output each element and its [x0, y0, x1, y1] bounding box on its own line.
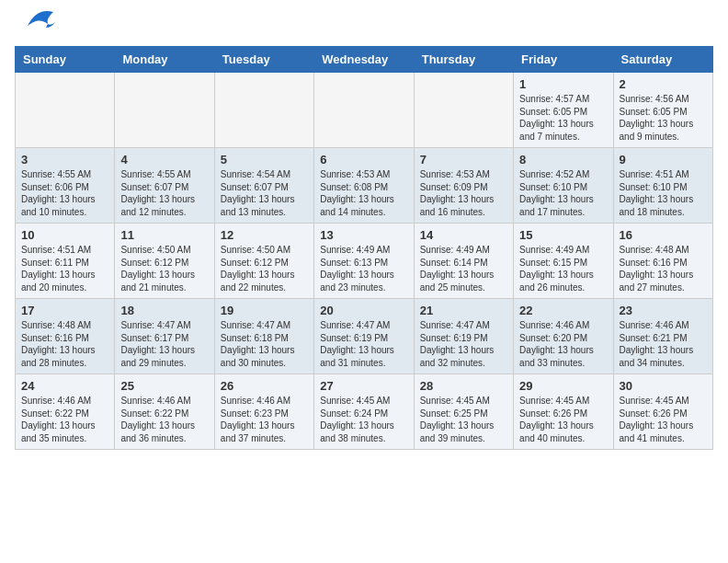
weekday-header-wednesday: Wednesday: [314, 47, 414, 73]
weekday-header-friday: Friday: [514, 47, 613, 73]
day-info: Sunrise: 4:46 AM Sunset: 6:21 PM Dayligh…: [620, 319, 707, 369]
calendar-week-row: 1Sunrise: 4:57 AM Sunset: 6:05 PM Daylig…: [16, 73, 713, 148]
day-number: 11: [120, 228, 208, 242]
day-info: Sunrise: 4:45 AM Sunset: 6:26 PM Dayligh…: [519, 395, 607, 444]
day-number: 22: [519, 304, 607, 317]
calendar-cell: 21Sunrise: 4:47 AM Sunset: 6:19 PM Dayli…: [414, 299, 513, 374]
calendar-week-row: 10Sunrise: 4:51 AM Sunset: 6:11 PM Dayli…: [16, 224, 713, 299]
day-number: 17: [21, 304, 108, 317]
calendar-cell: 4Sunrise: 4:55 AM Sunset: 6:07 PM Daylig…: [115, 148, 214, 224]
day-number: 14: [420, 228, 507, 242]
day-number: 26: [221, 379, 308, 393]
day-info: Sunrise: 4:46 AM Sunset: 6:22 PM Dayligh…: [120, 395, 208, 444]
day-number: 18: [120, 304, 208, 317]
day-info: Sunrise: 4:47 AM Sunset: 6:17 PM Dayligh…: [120, 319, 208, 369]
day-number: 3: [21, 153, 108, 167]
calendar-cell: 28Sunrise: 4:45 AM Sunset: 6:25 PM Dayli…: [414, 374, 513, 450]
weekday-header-saturday: Saturday: [613, 47, 712, 73]
day-info: Sunrise: 4:55 AM Sunset: 6:06 PM Dayligh…: [21, 168, 108, 218]
calendar-cell: 6Sunrise: 4:53 AM Sunset: 6:08 PM Daylig…: [314, 148, 414, 224]
day-info: Sunrise: 4:57 AM Sunset: 6:05 PM Dayligh…: [519, 93, 607, 143]
calendar-cell: 24Sunrise: 4:46 AM Sunset: 6:22 PM Dayli…: [16, 374, 115, 450]
calendar-cell: 27Sunrise: 4:45 AM Sunset: 6:24 PM Dayli…: [314, 374, 414, 450]
day-info: Sunrise: 4:48 AM Sunset: 6:16 PM Dayligh…: [21, 319, 108, 369]
calendar-cell: 9Sunrise: 4:51 AM Sunset: 6:10 PM Daylig…: [613, 148, 712, 224]
day-info: Sunrise: 4:52 AM Sunset: 6:10 PM Dayligh…: [519, 168, 607, 218]
day-number: 2: [620, 77, 707, 91]
weekday-header-monday: Monday: [115, 47, 214, 73]
day-number: 15: [519, 228, 607, 242]
day-info: Sunrise: 4:53 AM Sunset: 6:08 PM Dayligh…: [320, 168, 407, 218]
calendar-cell: 20Sunrise: 4:47 AM Sunset: 6:19 PM Dayli…: [314, 299, 414, 374]
page-container: SundayMondayTuesdayWednesdayThursdayFrid…: [15, 15, 713, 450]
day-info: Sunrise: 4:50 AM Sunset: 6:12 PM Dayligh…: [221, 244, 308, 293]
day-info: Sunrise: 4:47 AM Sunset: 6:19 PM Dayligh…: [320, 319, 407, 369]
day-info: Sunrise: 4:54 AM Sunset: 6:07 PM Dayligh…: [221, 168, 308, 218]
day-info: Sunrise: 4:48 AM Sunset: 6:16 PM Dayligh…: [620, 244, 707, 293]
calendar-week-row: 24Sunrise: 4:46 AM Sunset: 6:22 PM Dayli…: [16, 374, 713, 450]
day-number: 19: [221, 304, 308, 317]
calendar-cell: 5Sunrise: 4:54 AM Sunset: 6:07 PM Daylig…: [214, 148, 313, 224]
calendar-cell: 8Sunrise: 4:52 AM Sunset: 6:10 PM Daylig…: [514, 148, 613, 224]
day-number: 5: [221, 153, 308, 167]
day-info: Sunrise: 4:46 AM Sunset: 6:22 PM Dayligh…: [21, 395, 108, 444]
day-info: Sunrise: 4:49 AM Sunset: 6:13 PM Dayligh…: [320, 244, 407, 293]
calendar-cell: 13Sunrise: 4:49 AM Sunset: 6:13 PM Dayli…: [314, 224, 414, 299]
calendar-cell: 26Sunrise: 4:46 AM Sunset: 6:23 PM Dayli…: [214, 374, 313, 450]
calendar-cell: 3Sunrise: 4:55 AM Sunset: 6:06 PM Daylig…: [16, 148, 115, 224]
day-info: Sunrise: 4:45 AM Sunset: 6:25 PM Dayligh…: [420, 395, 507, 444]
day-info: Sunrise: 4:51 AM Sunset: 6:11 PM Dayligh…: [21, 244, 108, 293]
calendar-cell: [16, 73, 115, 148]
calendar-week-row: 3Sunrise: 4:55 AM Sunset: 6:06 PM Daylig…: [16, 148, 713, 224]
day-number: 7: [420, 153, 507, 167]
day-number: 24: [21, 379, 108, 393]
logo: [15, 15, 55, 39]
calendar-cell: 18Sunrise: 4:47 AM Sunset: 6:17 PM Dayli…: [115, 299, 214, 374]
day-number: 23: [620, 304, 707, 317]
weekday-header-thursday: Thursday: [414, 47, 513, 73]
day-number: 8: [519, 153, 607, 167]
logo-bird-icon: [18, 7, 55, 39]
day-info: Sunrise: 4:55 AM Sunset: 6:07 PM Dayligh…: [120, 168, 208, 218]
day-number: 20: [320, 304, 407, 317]
day-number: 16: [620, 228, 707, 242]
day-number: 25: [120, 379, 208, 393]
day-number: 6: [320, 153, 407, 167]
calendar-cell: 19Sunrise: 4:47 AM Sunset: 6:18 PM Dayli…: [214, 299, 313, 374]
day-number: 12: [221, 228, 308, 242]
calendar-cell: 23Sunrise: 4:46 AM Sunset: 6:21 PM Dayli…: [613, 299, 712, 374]
calendar-cell: 15Sunrise: 4:49 AM Sunset: 6:15 PM Dayli…: [514, 224, 613, 299]
day-info: Sunrise: 4:53 AM Sunset: 6:09 PM Dayligh…: [420, 168, 507, 218]
day-info: Sunrise: 4:51 AM Sunset: 6:10 PM Dayligh…: [620, 168, 707, 218]
day-number: 29: [519, 379, 607, 393]
header: [15, 15, 713, 39]
calendar-cell: 1Sunrise: 4:57 AM Sunset: 6:05 PM Daylig…: [514, 73, 613, 148]
day-number: 4: [120, 153, 208, 167]
calendar-cell: 11Sunrise: 4:50 AM Sunset: 6:12 PM Dayli…: [115, 224, 214, 299]
calendar-cell: [214, 73, 313, 148]
calendar-cell: 30Sunrise: 4:45 AM Sunset: 6:26 PM Dayli…: [613, 374, 712, 450]
calendar-cell: 25Sunrise: 4:46 AM Sunset: 6:22 PM Dayli…: [115, 374, 214, 450]
calendar-cell: 14Sunrise: 4:49 AM Sunset: 6:14 PM Dayli…: [414, 224, 513, 299]
calendar-cell: 29Sunrise: 4:45 AM Sunset: 6:26 PM Dayli…: [514, 374, 613, 450]
calendar-cell: 10Sunrise: 4:51 AM Sunset: 6:11 PM Dayli…: [16, 224, 115, 299]
day-info: Sunrise: 4:47 AM Sunset: 6:19 PM Dayligh…: [420, 319, 507, 369]
day-number: 9: [620, 153, 707, 167]
day-info: Sunrise: 4:56 AM Sunset: 6:05 PM Dayligh…: [620, 93, 707, 143]
day-number: 28: [420, 379, 507, 393]
calendar-cell: 22Sunrise: 4:46 AM Sunset: 6:20 PM Dayli…: [514, 299, 613, 374]
calendar-cell: 2Sunrise: 4:56 AM Sunset: 6:05 PM Daylig…: [613, 73, 712, 148]
calendar-cell: 7Sunrise: 4:53 AM Sunset: 6:09 PM Daylig…: [414, 148, 513, 224]
calendar-cell: [314, 73, 414, 148]
calendar-header-row: SundayMondayTuesdayWednesdayThursdayFrid…: [16, 47, 713, 73]
day-info: Sunrise: 4:45 AM Sunset: 6:26 PM Dayligh…: [620, 395, 707, 444]
calendar-table: SundayMondayTuesdayWednesdayThursdayFrid…: [15, 46, 713, 450]
day-info: Sunrise: 4:47 AM Sunset: 6:18 PM Dayligh…: [221, 319, 308, 369]
calendar-cell: [115, 73, 214, 148]
weekday-header-tuesday: Tuesday: [214, 47, 313, 73]
calendar-cell: 12Sunrise: 4:50 AM Sunset: 6:12 PM Dayli…: [214, 224, 313, 299]
day-info: Sunrise: 4:46 AM Sunset: 6:23 PM Dayligh…: [221, 395, 308, 444]
calendar-cell: 16Sunrise: 4:48 AM Sunset: 6:16 PM Dayli…: [613, 224, 712, 299]
calendar-cell: [414, 73, 513, 148]
day-number: 30: [620, 379, 707, 393]
